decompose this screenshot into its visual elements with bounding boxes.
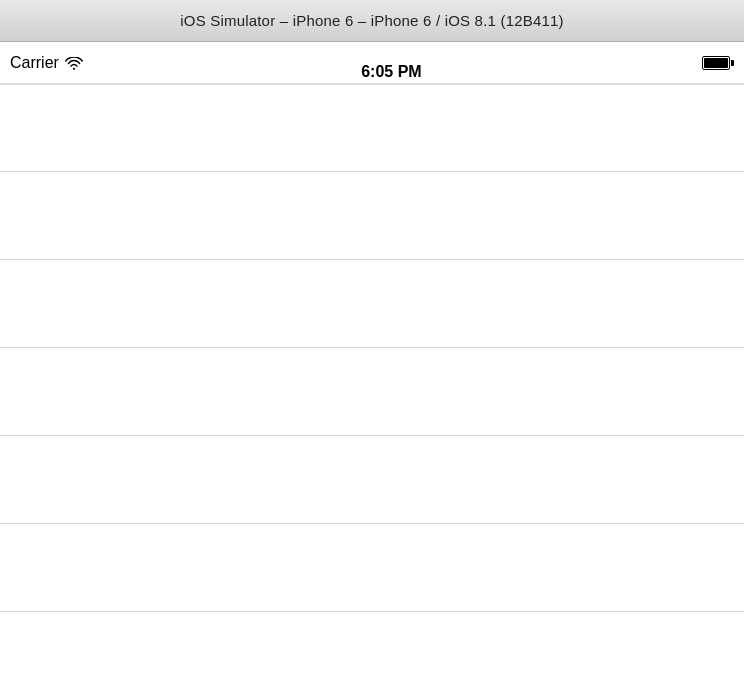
table-row[interactable] (0, 84, 744, 172)
time-display: 6:05 PM (361, 63, 421, 81)
table-row[interactable] (0, 436, 744, 524)
wifi-icon (65, 57, 81, 69)
battery-body (702, 56, 730, 70)
battery-icon (702, 56, 734, 70)
ios-content-area (0, 84, 744, 696)
table-row[interactable] (0, 348, 744, 436)
table-row[interactable] (0, 612, 744, 696)
ios-status-bar: Carrier 6:05 PM (0, 42, 744, 84)
table-row[interactable] (0, 260, 744, 348)
table-row[interactable] (0, 524, 744, 612)
carrier-label: Carrier (10, 54, 59, 72)
table-row[interactable] (0, 172, 744, 260)
battery-fill (704, 58, 728, 68)
simulator-title-bar: iOS Simulator – iPhone 6 – iPhone 6 / iO… (0, 0, 744, 42)
battery-tip (731, 60, 734, 66)
status-bar-left: Carrier (10, 54, 81, 72)
title-bar-text: iOS Simulator – iPhone 6 – iPhone 6 / iO… (180, 12, 564, 29)
